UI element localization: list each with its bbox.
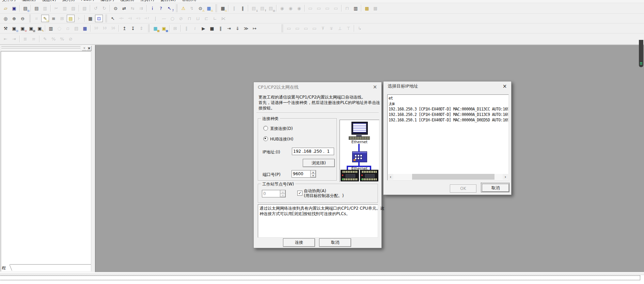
print-preview-icon[interactable]: ▥ xyxy=(41,4,49,12)
print-preview-doc-icon[interactable]: ▤◎ xyxy=(21,4,29,12)
compile-check-icon[interactable]: ⚠ xyxy=(179,4,187,12)
paste-special-icon[interactable]: ▧ xyxy=(81,4,89,12)
transfer-check-icon[interactable]: ▦⚠ xyxy=(205,4,213,12)
scroll-right-button[interactable]: › xyxy=(503,174,508,180)
style-tool-4-icon[interactable]: ⊘ xyxy=(67,35,75,43)
program-check-icon[interactable]: ↯ xyxy=(188,4,196,12)
port-number-input[interactable] xyxy=(292,170,310,178)
menu-item[interactable]: 帮助(H) xyxy=(182,0,196,3)
list-style-1-icon[interactable]: ≣ xyxy=(21,35,29,43)
network-style-1-icon[interactable]: ▭ xyxy=(285,25,293,32)
overlay-scrollbar-thumb[interactable] xyxy=(639,40,643,67)
replace-icon[interactable]: ⇄ xyxy=(120,4,128,12)
menu-item[interactable]: 工具(T) xyxy=(140,0,154,3)
instruction-box-icon[interactable]: ⊓ xyxy=(186,15,193,22)
grid-icon[interactable]: ⌗ xyxy=(33,15,41,22)
browse-button[interactable]: 浏览(B) xyxy=(303,159,335,167)
grid-style-2-icon[interactable]: ∓ xyxy=(328,25,335,32)
io-rack-3-icon[interactable]: ▭ xyxy=(324,4,331,12)
ip-list-entry[interactable]: 192.168.250.1 [CP1H-EX40DT-D] MAC:00000A… xyxy=(388,117,508,123)
format-decimal-icon[interactable]: 10 xyxy=(92,25,100,32)
protect-release-icon[interactable]: ▩ xyxy=(372,4,379,12)
info-icon[interactable]: i xyxy=(148,4,156,12)
rung-comment-icon[interactable]: ✎▭ xyxy=(41,15,49,22)
paste-icon[interactable]: ▨ xyxy=(69,4,77,12)
online-check-icon[interactable]: ▦⚠ xyxy=(219,4,227,12)
style-tool-2-icon[interactable]: % xyxy=(50,35,58,43)
help-icon[interactable]: ? xyxy=(157,4,165,12)
format-hex-icon[interactable]: 16 xyxy=(109,25,117,32)
copy-icon[interactable]: ▥ xyxy=(61,4,69,12)
sim-continuous-icon[interactable]: ≫ xyxy=(242,25,250,32)
cut-icon[interactable]: ✂ xyxy=(52,4,60,12)
mnemonic-insert-icon[interactable]: ▥ xyxy=(47,25,55,32)
network-style-3-icon[interactable]: ▭ xyxy=(302,25,310,32)
toggle-watch-window-icon[interactable]: ▣◎ xyxy=(10,25,18,32)
menu-item[interactable]: 插入(I) xyxy=(62,0,75,3)
io-rack-2-icon[interactable]: ▭ xyxy=(315,4,323,12)
io-comment-icon[interactable]: ◌ xyxy=(56,25,63,32)
find-report-icon[interactable]: ⊙⚠ xyxy=(197,4,204,12)
ip-list-entry[interactable]: 192.168.250.3 [CP1H-EX40DT-D] MAC:00000A… xyxy=(388,106,508,112)
sim-step-icon[interactable]: ⇥ xyxy=(225,25,233,32)
ladder-view-icon[interactable]: ⊡ xyxy=(95,15,103,22)
menu-item[interactable]: 视图(V) xyxy=(42,0,56,3)
rung-overview-icon[interactable]: ▫ xyxy=(64,25,72,32)
style-tool-1-icon[interactable]: ✎ xyxy=(41,35,49,43)
ip-list-entry[interactable]: 192.168.250.2 [CP1H-EX40DT-D] MAC:00000A… xyxy=(388,112,508,117)
upload-from-plc-icon[interactable]: ▤↑ xyxy=(258,4,266,12)
project-tree-area[interactable] xyxy=(1,51,91,265)
menu-item[interactable]: PLC(P) xyxy=(81,0,94,3)
coil-nc-icon[interactable]: ⊘ xyxy=(177,15,185,22)
coil-icon[interactable]: ○ xyxy=(169,15,176,22)
radio-hub-label[interactable]: HUB连接(H) xyxy=(270,136,293,142)
find-icon[interactable]: ⊙ xyxy=(112,4,120,12)
panel-drag-handle[interactable] xyxy=(1,48,80,50)
menu-item[interactable]: 编辑(E) xyxy=(22,0,36,3)
monitor-window-3-icon[interactable]: ◉ xyxy=(295,4,303,12)
pause-simulation-icon[interactable]: ∥ xyxy=(183,25,190,32)
dialog-close-button[interactable]: × xyxy=(372,84,378,90)
symbol-bar-icon[interactable]: ▤ xyxy=(67,15,75,22)
grid-style-3-icon[interactable]: ⊥ xyxy=(336,25,344,32)
sim-stop-icon[interactable]: ■ xyxy=(208,25,216,32)
cycle-time-icon[interactable]: ⊓ xyxy=(343,4,351,12)
force-off-icon[interactable]: ↧ xyxy=(129,25,137,32)
spin-up-icon[interactable]: ▲ xyxy=(280,190,285,194)
toggle-xref-window-icon[interactable]: ▣⊙ xyxy=(19,25,27,32)
zoom-in-icon[interactable]: ⊕ xyxy=(10,15,18,22)
select-mode-icon[interactable]: ↖ xyxy=(109,15,117,22)
contact-or-no-icon[interactable]: ⊣⇂ xyxy=(135,15,142,22)
line-corner-icon[interactable]: ∟ xyxy=(211,15,219,22)
monitor-window-1-icon[interactable]: ◉ xyxy=(278,4,286,12)
rung-list-icon[interactable]: ≡ xyxy=(50,15,58,22)
context-help-icon[interactable]: ↖? xyxy=(166,4,173,12)
menu-item[interactable]: 窗口(W) xyxy=(160,0,176,3)
radio-direct-connection[interactable] xyxy=(263,126,268,131)
scroll-left-button[interactable]: ‹ xyxy=(388,174,393,180)
io-rack-4-icon[interactable]: ▭ xyxy=(332,4,340,12)
transfer-simulator-icon[interactable]: ▣▦ xyxy=(160,25,168,32)
monitor-box-icon[interactable]: ⊞ xyxy=(58,15,66,22)
menu-item[interactable]: 文件(F) xyxy=(2,0,16,3)
find-next-icon[interactable]: ⇉ xyxy=(137,4,145,12)
tab-project[interactable]: 程 xyxy=(2,265,6,271)
return-connector-icon[interactable]: ↳ xyxy=(356,25,364,32)
block-right-icon[interactable]: ⇥ xyxy=(10,35,18,43)
dialog-close-button[interactable]: × xyxy=(502,83,508,89)
compare-with-plc-icon[interactable]: ▤◎ xyxy=(267,4,275,12)
toggle-address-window-icon[interactable]: ▣▦ xyxy=(27,25,35,32)
spin-down-icon[interactable]: ▼ xyxy=(280,194,285,197)
scrollbar-thumb[interactable] xyxy=(412,174,494,180)
scan-run-icon[interactable]: ≀ xyxy=(191,25,199,32)
protect-set-icon[interactable]: ▩ xyxy=(363,4,371,12)
address-reference-icon[interactable]: ▤ xyxy=(73,25,80,32)
contact-no-icon[interactable]: ⊣⊢ xyxy=(117,15,125,22)
radio-direct-label[interactable]: 直接连接(D) xyxy=(270,126,293,132)
block-left-icon[interactable]: ⇤ xyxy=(2,35,10,43)
radio-hub-connection[interactable] xyxy=(263,136,268,141)
sim-to-end-icon[interactable]: ↦ xyxy=(251,25,258,32)
time-chart-icon[interactable]: ▥ xyxy=(352,4,360,12)
sim-run-icon[interactable]: ▶ xyxy=(200,25,207,32)
download-to-plc-icon[interactable]: ▤↓ xyxy=(250,4,258,12)
